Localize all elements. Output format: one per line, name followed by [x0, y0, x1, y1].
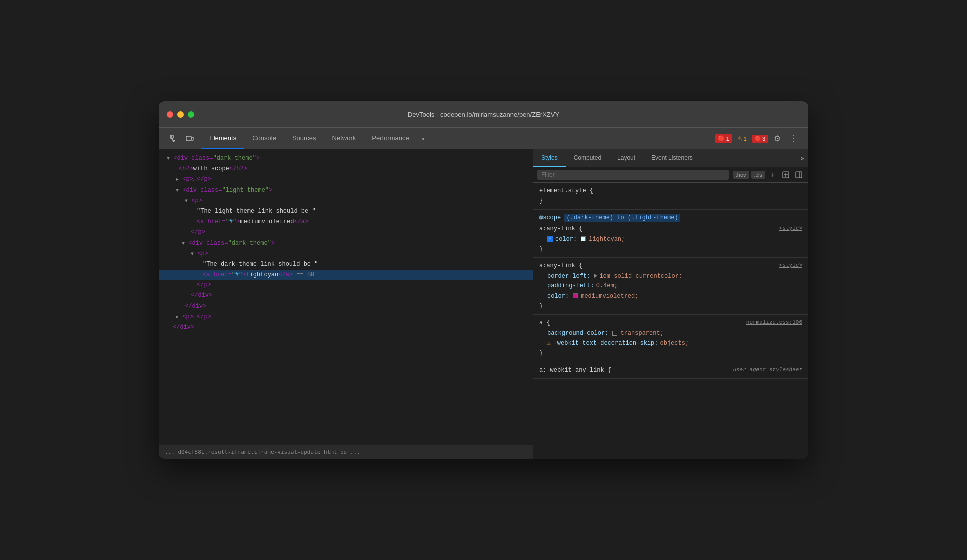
dom-line[interactable]: ▼ <p>	[159, 196, 533, 206]
css-prop-color-lightcyan: ✓ color: lightcyan;	[539, 234, 802, 244]
css-rule-webkit-any-link: a:-webkit-any-link { user agent styleshe…	[533, 362, 808, 379]
info-count: 3	[762, 136, 765, 142]
main-content: ▼ <div class="dark-theme"> <h2>with scop…	[159, 149, 808, 459]
css-rule-any-link: a:any-link { <style> border-left: 1em so…	[533, 258, 808, 315]
tab-computed[interactable]: Computed	[566, 149, 609, 167]
more-options-icon[interactable]: ⋮	[786, 132, 800, 146]
expand-icon[interactable]	[594, 274, 597, 278]
css-selector-row: a:any-link { <style>	[539, 224, 802, 234]
info-icon: 🔴	[755, 136, 761, 141]
dom-line[interactable]: ▼ <div class="light-theme">	[159, 185, 533, 196]
styles-content: element.style { } @scope (.dark-theme) t…	[533, 183, 808, 459]
tab-layout[interactable]: Layout	[609, 149, 643, 167]
breadcrumb-text[interactable]: ... d04cf581.result-iframe.iframe-visual…	[165, 449, 360, 455]
css-rule-scope: @scope (.dark-theme) to (.light-theme) a…	[533, 210, 808, 258]
css-selector-row: a:-webkit-any-link { user agent styleshe…	[539, 365, 802, 375]
dom-line[interactable]: ▶ <p>…</p>	[159, 174, 533, 185]
dom-line[interactable]: </p>	[159, 227, 533, 238]
device-toggle-icon[interactable]	[183, 132, 197, 146]
add-style-icon[interactable]: +	[767, 169, 778, 180]
hov-button[interactable]: :hov	[733, 171, 749, 179]
warning-icon: ⚠	[547, 339, 551, 348]
dom-breadcrumb: ... d04cf581.result-iframe.iframe-visual…	[159, 445, 533, 459]
svg-rect-2	[192, 137, 193, 140]
error-count: 1	[726, 136, 729, 142]
dom-tree[interactable]: ▼ <div class="dark-theme"> <h2>with scop…	[159, 149, 533, 445]
warning-badge[interactable]: ⚠ 1	[734, 134, 750, 143]
tab-console[interactable]: Console	[244, 128, 284, 149]
titlebar: DevTools - codepen.io/miriamsuzanne/pen/…	[159, 101, 808, 127]
close-button[interactable]	[167, 111, 173, 118]
settings-icon[interactable]: ⚙	[770, 132, 784, 146]
css-source-user-agent: user agent stylesheet	[733, 365, 802, 375]
color-swatch-lightcyan[interactable]	[581, 236, 586, 241]
dom-line-selected[interactable]: <a href="#">lightcyan</a> == $0	[159, 270, 533, 280]
dom-line[interactable]: ▼ <p>	[159, 249, 533, 259]
dom-line[interactable]: <a href="#">mediumvioletred</a>	[159, 217, 533, 227]
toggle-sidebar-icon[interactable]	[793, 169, 804, 180]
devtools-window: DevTools - codepen.io/miriamsuzanne/pen/…	[159, 101, 808, 459]
dom-panel: ▼ <div class="dark-theme"> <h2>with scop…	[159, 149, 533, 459]
minimize-button[interactable]	[177, 111, 184, 118]
filter-actions: :hov .cls +	[733, 169, 804, 180]
warning-count: 1	[744, 136, 747, 142]
dom-line[interactable]: </div>	[159, 301, 533, 312]
tab-elements[interactable]: Elements	[201, 128, 244, 149]
tab-network[interactable]: Network	[324, 128, 364, 149]
more-styles-tabs[interactable]: »	[797, 149, 808, 167]
info-badge[interactable]: 🔴 3	[752, 135, 768, 143]
css-selector-row: a { normalize.css:106	[539, 318, 802, 328]
dom-line[interactable]: "The dark-theme link should be "	[159, 259, 533, 270]
toolbar-right: 🔴 1 ⚠ 1 🔴 3 ⚙ ⋮	[711, 128, 804, 149]
css-rule-element-style: element.style { }	[533, 183, 808, 210]
error-icon: 🔴	[718, 135, 725, 142]
warning-icon: ⚠	[737, 135, 742, 142]
styles-tabs: Styles Computed Layout Event Listeners »	[533, 149, 808, 167]
css-selector-row: a:any-link { <style>	[539, 261, 802, 271]
dom-line[interactable]: "The light-theme link should be "	[159, 206, 533, 217]
css-prop-webkit-struck: ⚠ -webkit-text-decoration-skip: objects;	[539, 338, 802, 348]
css-prop-color-struck: color: mediumvioletred;	[539, 291, 802, 301]
error-badge[interactable]: 🔴 1	[715, 134, 732, 143]
tab-event-listeners[interactable]: Event Listeners	[643, 149, 701, 167]
dom-line[interactable]: </div>	[159, 290, 533, 301]
dom-line[interactable]: ▶ <p>…</p>	[159, 312, 533, 322]
dom-line[interactable]: </p>	[159, 280, 533, 290]
dom-line[interactable]: </div>	[159, 322, 533, 333]
new-style-rule-icon[interactable]	[780, 169, 791, 180]
expand-icon: ▼	[167, 155, 170, 162]
dom-line[interactable]: <h2>with scope</h2>	[159, 164, 533, 174]
styles-filter-input[interactable]	[537, 170, 729, 180]
css-source-link[interactable]: <style>	[779, 261, 802, 270]
css-prop-border-left: border-left: 1em solid currentcolor;	[539, 271, 802, 281]
property-checkbox[interactable]: ✓	[547, 236, 553, 242]
color-swatch-transparent[interactable]	[612, 331, 617, 336]
styles-filter-bar: :hov .cls +	[533, 167, 808, 183]
styles-panel: Styles Computed Layout Event Listeners »…	[533, 149, 808, 459]
maximize-button[interactable]	[188, 111, 194, 118]
css-source-normalize[interactable]: normalize.css:106	[746, 318, 802, 327]
css-scope-row: @scope (.dark-theme) to (.light-theme)	[539, 213, 802, 224]
dom-line[interactable]: ▼ <div class="dark-theme">	[159, 153, 533, 164]
css-rule-a-normalize: a { normalize.css:106 background-color: …	[533, 315, 808, 362]
css-prop-padding-left: padding-left: 0.4em;	[539, 281, 802, 291]
tab-performance[interactable]: Performance	[364, 128, 417, 149]
main-tabs: Elements Console Sources Network Perform…	[201, 128, 711, 149]
css-close-row: }	[539, 196, 802, 206]
toolbar: Elements Console Sources Network Perform…	[159, 127, 808, 149]
css-prop-bg-color: background-color: transparent;	[539, 328, 802, 338]
tag: <div	[173, 155, 191, 162]
traffic-lights	[167, 111, 194, 118]
color-swatch-mediumvioletred[interactable]	[573, 293, 578, 298]
tab-sources[interactable]: Sources	[284, 128, 324, 149]
tab-styles[interactable]: Styles	[533, 149, 566, 167]
css-selector-row: element.style {	[539, 186, 802, 196]
cls-button[interactable]: .cls	[751, 171, 766, 179]
svg-rect-6	[796, 172, 802, 178]
css-close-row: }	[539, 244, 802, 254]
inspect-element-icon[interactable]	[167, 132, 181, 146]
dom-line[interactable]: ▼ <div class="dark-theme">	[159, 238, 533, 249]
more-tabs-button[interactable]: »	[417, 128, 429, 149]
css-close-row: }	[539, 301, 802, 311]
css-source-link[interactable]: <style>	[779, 224, 802, 233]
